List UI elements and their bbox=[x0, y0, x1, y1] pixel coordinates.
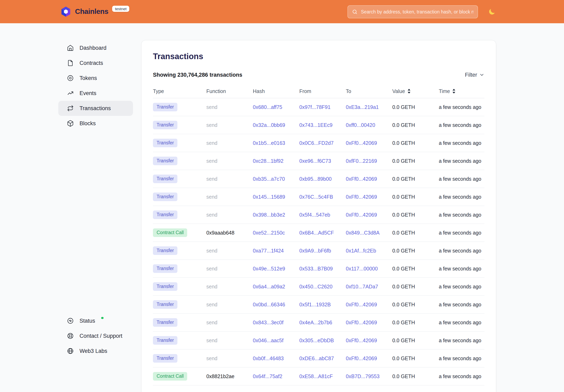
tx-function: send bbox=[206, 266, 253, 271]
tx-hash-link[interactable]: 0x145...15689 bbox=[253, 194, 299, 200]
tx-to-link[interactable]: 0xf10...7ADa7 bbox=[346, 284, 392, 289]
sidebar-footer: Status Contact / Support Web3 Labs bbox=[58, 313, 133, 359]
sidebar-item-contact-support[interactable]: Contact / Support bbox=[58, 328, 133, 343]
brand-name: Chainlens bbox=[75, 7, 109, 16]
tx-type-badge: Transfer bbox=[153, 121, 178, 129]
tx-from-link[interactable]: 0xE58...A81cF bbox=[299, 373, 346, 379]
sidebar-item-tokens[interactable]: Tokens bbox=[58, 70, 133, 86]
filter-button[interactable]: Filter bbox=[465, 72, 484, 78]
sidebar-item-dashboard[interactable]: Dashboard bbox=[58, 40, 133, 56]
tx-from-link[interactable]: 0x0C6...FD2d7 bbox=[299, 140, 346, 146]
tx-type-badge: Transfer bbox=[153, 282, 178, 291]
tx-type-badge: Transfer bbox=[153, 175, 178, 183]
cube-icon bbox=[67, 120, 74, 127]
chevron-down-icon bbox=[479, 72, 484, 78]
tx-to-link[interactable]: 0x117...00000 bbox=[346, 266, 392, 271]
tx-to-link[interactable]: 0xFf0...42069 bbox=[346, 194, 392, 200]
tx-type-badge: Contract Call bbox=[153, 229, 187, 237]
tx-hash-link[interactable]: 0x843...3ec0f bbox=[253, 320, 299, 325]
tx-from-link[interactable]: 0xb95...89b00 bbox=[299, 176, 346, 182]
tx-time: a few seconds ago bbox=[439, 194, 484, 200]
tx-to-link[interactable]: 0xfF0...22169 bbox=[346, 158, 392, 164]
tx-type-badge: Transfer bbox=[153, 247, 178, 255]
sidebar-item-label: Contracts bbox=[80, 60, 103, 66]
tx-to-link[interactable]: 0x1Af...fc2Eb bbox=[346, 248, 392, 253]
column-header-time[interactable]: Time bbox=[439, 88, 484, 94]
tx-to-link[interactable]: 0x849...C3d8A bbox=[346, 230, 392, 236]
tx-function: send bbox=[206, 320, 253, 325]
tx-time: a few seconds ago bbox=[439, 266, 484, 271]
tx-hash-link[interactable]: 0x64f...75af2 bbox=[253, 373, 299, 379]
tx-hash-link[interactable]: 0x0bd...66346 bbox=[253, 302, 299, 307]
tx-hash-link[interactable]: 0x1b5...e0163 bbox=[253, 140, 299, 146]
sidebar-item-blocks[interactable]: Blocks bbox=[58, 116, 133, 131]
brand[interactable]: Chainlens testnet bbox=[60, 6, 129, 17]
tx-to-link[interactable]: 0xFf0...42069 bbox=[346, 212, 392, 218]
tx-hash-link[interactable]: 0xb35...a7c70 bbox=[253, 176, 299, 182]
tx-value: 0.0 GETH bbox=[392, 355, 439, 361]
tx-function: send bbox=[206, 104, 253, 110]
tx-hash-link[interactable]: 0x680...aff75 bbox=[253, 104, 299, 110]
tx-function: send bbox=[206, 176, 253, 182]
tx-to-link[interactable]: 0xFf0...42069 bbox=[346, 302, 392, 307]
testnet-badge: testnet bbox=[112, 6, 129, 12]
tx-value: 0.0 GETH bbox=[392, 158, 439, 164]
tx-from-link[interactable]: 0x533...B7B09 bbox=[299, 266, 346, 271]
sidebar-item-transactions[interactable]: Transactions bbox=[58, 101, 133, 116]
column-header-value[interactable]: Value bbox=[392, 88, 439, 94]
tx-from-link[interactable]: 0x5f1...1932B bbox=[299, 302, 346, 307]
tx-from-link[interactable]: 0x305...eDbDB bbox=[299, 337, 346, 343]
tx-from-link[interactable]: 0x6B4...Ad5CF bbox=[299, 230, 346, 236]
search-icon bbox=[352, 9, 358, 14]
tx-to-link[interactable]: 0xFf0...42069 bbox=[346, 140, 392, 146]
tx-to-link[interactable]: 0xB7D...79553 bbox=[346, 373, 392, 379]
tx-to-link[interactable]: 0xFf0...42069 bbox=[346, 355, 392, 361]
tx-hash-link[interactable]: 0x046...aac5f bbox=[253, 337, 299, 343]
app-header: Chainlens testnet bbox=[0, 0, 564, 23]
tx-value: 0.0 GETH bbox=[392, 302, 439, 307]
sidebar-item-web3-labs[interactable]: Web3 Labs bbox=[58, 343, 133, 359]
repeat-arrows-icon bbox=[67, 105, 74, 112]
table-body: Transfer send 0x680...aff75 0x97f...78F9… bbox=[153, 98, 484, 385]
tx-to-link[interactable]: 0xFf0...42069 bbox=[346, 176, 392, 182]
tx-value: 0.0 GETH bbox=[392, 104, 439, 110]
tx-to-link[interactable]: 0xFf0...42069 bbox=[346, 337, 392, 343]
search-input[interactable] bbox=[361, 9, 473, 14]
tx-hash-link[interactable]: 0x32a...0bb69 bbox=[253, 122, 299, 128]
tx-from-link[interactable]: 0x5f4...547eb bbox=[299, 212, 346, 218]
sidebar-item-status[interactable]: Status bbox=[58, 313, 133, 328]
tx-from-link[interactable]: 0x97f...78F91 bbox=[299, 104, 346, 110]
tx-hash-link[interactable]: 0x49e...512e9 bbox=[253, 266, 299, 271]
tx-from-link[interactable]: 0x743...1EEc9 bbox=[299, 122, 346, 128]
tx-hash-link[interactable]: 0xc28...1bf92 bbox=[253, 158, 299, 164]
tx-from-link[interactable]: 0x76C...5c4FB bbox=[299, 194, 346, 200]
tx-hash-link[interactable]: 0x398...bb3e2 bbox=[253, 212, 299, 218]
tx-hash-link[interactable]: 0xe52...2150c bbox=[253, 230, 299, 236]
tx-from-link[interactable]: 0x9A9...bF6fb bbox=[299, 248, 346, 253]
table-row: Transfer send 0x046...aac5f 0x305...eDbD… bbox=[153, 332, 484, 350]
search-bar[interactable] bbox=[347, 5, 478, 18]
tx-function: 0x9aaab648 bbox=[206, 230, 253, 236]
column-header-type: Type bbox=[153, 88, 206, 94]
tx-value: 0.0 GETH bbox=[392, 212, 439, 218]
table-row: Contract Call 0x8821b2ae 0x64f...75af2 0… bbox=[153, 367, 484, 385]
tx-from-link[interactable]: 0xe96...f6C73 bbox=[299, 158, 346, 164]
tx-from-link[interactable]: 0xDE6...abC87 bbox=[299, 355, 346, 361]
tx-hash-link[interactable]: 0xa77...1f424 bbox=[253, 248, 299, 253]
tx-hash-link[interactable]: 0xb0f...46483 bbox=[253, 355, 299, 361]
dark-mode-toggle[interactable] bbox=[488, 8, 496, 16]
home-icon bbox=[67, 44, 74, 51]
tx-from-link[interactable]: 0x4eA...2b7b6 bbox=[299, 320, 346, 325]
sidebar-item-contracts[interactable]: Contracts bbox=[58, 56, 133, 70]
tx-time: a few seconds ago bbox=[439, 337, 484, 343]
tx-to-link[interactable]: 0xFf0...42069 bbox=[346, 320, 392, 325]
tx-from-link[interactable]: 0x450...C2620 bbox=[299, 284, 346, 289]
tx-type-badge: Transfer bbox=[153, 193, 178, 201]
transactions-card: Transactions Showing 230,764,286 transac… bbox=[141, 40, 496, 392]
tx-to-link[interactable]: 0xff0...00420 bbox=[346, 122, 392, 128]
sidebar-item-label: Transactions bbox=[80, 105, 111, 111]
column-header-from: From bbox=[299, 88, 346, 94]
tx-to-link[interactable]: 0xE3a...219a1 bbox=[346, 104, 392, 110]
tx-hash-link[interactable]: 0x6a4...a09a2 bbox=[253, 284, 299, 289]
sidebar-item-events[interactable]: Events bbox=[58, 86, 133, 101]
